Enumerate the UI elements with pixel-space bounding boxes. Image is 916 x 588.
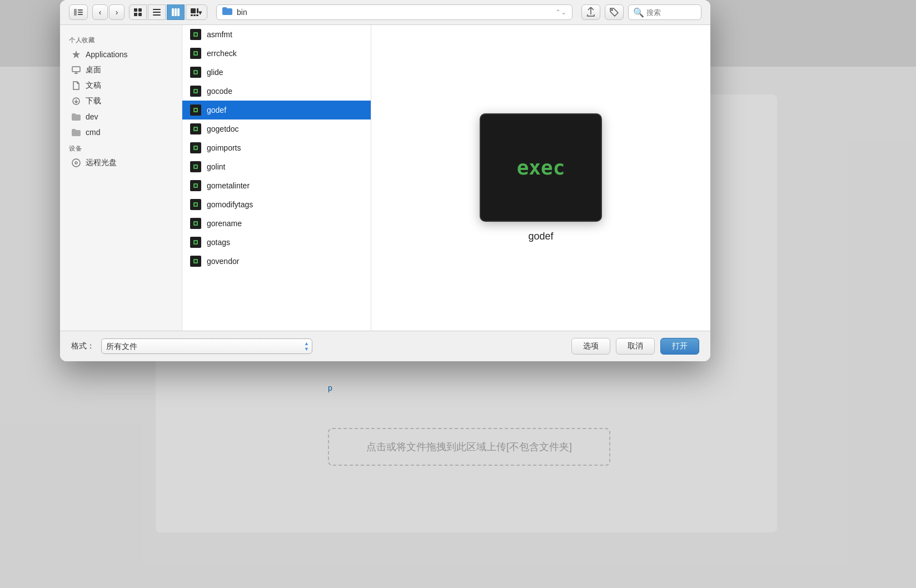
documents-label: 文稿 [86, 81, 101, 91]
downloads-label: 下载 [86, 96, 101, 106]
file-icon-golint [190, 161, 201, 172]
location-text: bin [237, 8, 551, 17]
preview-filename: godef [528, 231, 553, 242]
format-select[interactable]: 所有文件 可执行文件 文本文件 [101, 338, 312, 354]
svg-rect-7 [138, 13, 142, 16]
file-name-govendor: govendor [207, 257, 239, 266]
file-item-govendor[interactable]: govendor [182, 252, 371, 271]
file-item-asmfmt[interactable]: asmfmt [182, 25, 371, 44]
file-item-gotags[interactable]: gotags [182, 233, 371, 252]
dev-label: dev [86, 112, 98, 121]
sidebar-item-applications[interactable]: Applications [62, 47, 180, 62]
file-name-gocode: gocode [207, 87, 232, 96]
documents-icon [71, 81, 81, 91]
file-item-glide[interactable]: glide [182, 63, 371, 82]
file-name-asmfmt: asmfmt [207, 30, 232, 39]
file-item-gometalinter[interactable]: gometalinter [182, 176, 371, 195]
sidebar-section-favorites: 个人收藏 [60, 32, 182, 47]
file-name-gotags: gotags [207, 238, 230, 247]
sidebar-item-downloads[interactable]: 下载 [62, 93, 180, 109]
view-gallery-button[interactable]: ▾ [186, 4, 207, 20]
file-list: asmfmt errcheck glide gocode [182, 25, 371, 331]
preview-exec-text: exec [517, 156, 565, 179]
file-name-gomodifytags: gomodifytags [207, 200, 253, 209]
open-button[interactable]: 打开 [660, 338, 699, 355]
action-buttons: 选项 取消 打开 [571, 338, 699, 355]
view-column-button[interactable] [167, 4, 185, 20]
file-open-dialog: ‹ › [60, 0, 710, 361]
view-list-button[interactable] [148, 4, 166, 20]
file-item-gomodifytags[interactable]: gomodifytags [182, 195, 371, 214]
file-icon-gogetdoc [190, 123, 201, 134]
svg-point-22 [72, 159, 80, 167]
downloads-icon [71, 96, 81, 106]
svg-rect-15 [191, 14, 193, 16]
file-icon-gorename [190, 218, 201, 229]
preview-pane: exec godef [371, 25, 710, 331]
svg-rect-5 [138, 8, 142, 12]
options-button[interactable]: 选项 [571, 338, 610, 355]
dev-folder-icon [71, 112, 81, 122]
applications-label: Applications [86, 50, 128, 59]
svg-rect-1 [78, 9, 83, 11]
search-box[interactable]: 🔍 [628, 4, 701, 20]
file-icon-asmfmt [190, 29, 201, 40]
cmd-label: cmd [86, 128, 100, 137]
svg-rect-6 [134, 13, 137, 16]
file-icon-glide [190, 67, 201, 78]
file-icon-gometalinter [190, 180, 201, 191]
tag-button[interactable] [605, 4, 624, 20]
svg-rect-10 [153, 14, 161, 16]
file-item-errcheck[interactable]: errcheck [182, 44, 371, 63]
file-name-golint: golint [207, 162, 225, 171]
file-icon-gotags [190, 237, 201, 248]
svg-rect-0 [74, 9, 77, 16]
svg-rect-17 [196, 14, 198, 16]
sidebar-section-devices: 设备 [60, 140, 182, 155]
desktop-icon [71, 65, 81, 75]
file-icon-errcheck [190, 48, 201, 59]
file-item-gorename[interactable]: gorename [182, 214, 371, 233]
location-arrows-icon: ⌃⌄ [555, 8, 566, 16]
disc-icon [71, 158, 81, 168]
svg-point-23 [75, 162, 77, 164]
file-item-goimports[interactable]: goimports [182, 138, 371, 157]
preview-image: exec [480, 113, 602, 222]
svg-rect-14 [191, 8, 196, 13]
location-folder-icon [222, 7, 232, 17]
sidebar-item-documents[interactable]: 文稿 [62, 78, 180, 93]
sidebar-item-disc[interactable]: 远程光盘 [62, 155, 180, 171]
cancel-button[interactable]: 取消 [616, 338, 655, 355]
file-icon-gomodifytags [190, 199, 201, 210]
file-icon-gocode [190, 86, 201, 97]
location-bar[interactable]: bin ⌃⌄ [216, 4, 572, 20]
back-button[interactable]: ‹ [92, 4, 108, 20]
dialog-body: 个人收藏 Applications 桌面 [60, 25, 710, 331]
file-item-golint[interactable]: golint [182, 157, 371, 176]
file-item-gocode[interactable]: gocode [182, 82, 371, 101]
search-input[interactable] [646, 8, 696, 17]
sidebar-item-cmd[interactable]: cmd [62, 124, 180, 140]
file-item-godef[interactable]: godef [182, 101, 371, 119]
view-icon-button[interactable] [129, 4, 147, 20]
file-icon-goimports [190, 142, 201, 153]
applications-icon [71, 49, 81, 59]
format-label: 格式： [71, 341, 94, 351]
svg-rect-3 [78, 14, 83, 15]
file-name-gometalinter: gometalinter [207, 181, 250, 190]
sidebar: 个人收藏 Applications 桌面 [60, 25, 182, 331]
file-name-glide: glide [207, 68, 223, 77]
sidebar-item-dev[interactable]: dev [62, 109, 180, 124]
svg-rect-2 [78, 12, 83, 13]
file-name-godef: godef [207, 106, 226, 114]
format-select-wrapper[interactable]: 所有文件 可执行文件 文本文件 ▲ ▼ [101, 338, 312, 354]
file-item-gogetdoc[interactable]: gogetdoc [182, 119, 371, 138]
share-button[interactable] [581, 4, 600, 20]
forward-button[interactable]: › [109, 4, 125, 20]
file-name-goimports: goimports [207, 143, 241, 152]
cmd-folder-icon [71, 127, 81, 137]
sidebar-item-desktop[interactable]: 桌面 [62, 62, 180, 78]
file-icon-godef [190, 104, 201, 116]
sidebar-toggle-button[interactable] [69, 4, 88, 20]
disc-label: 远程光盘 [86, 158, 117, 168]
